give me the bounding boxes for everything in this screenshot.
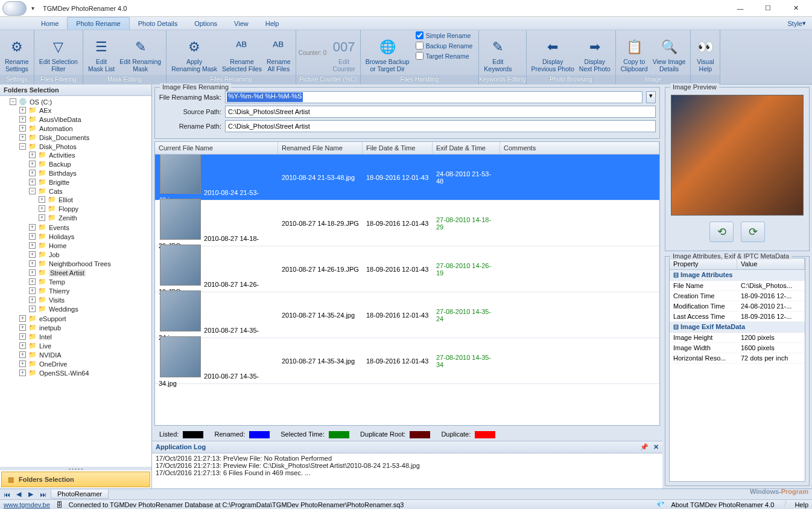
tree-node[interactable]: +📁AsusVibeData — [19, 115, 151, 123]
bottom-tab[interactable]: PhotoRenamer — [51, 490, 109, 499]
ribbon-checkbox[interactable]: Target Rename — [416, 52, 473, 60]
expand-icon[interactable]: + — [39, 196, 45, 203]
expand-icon[interactable]: − — [10, 98, 16, 105]
nav-last-icon[interactable]: ⏭ — [39, 491, 47, 498]
tree-node[interactable]: +📁Disk_Documents — [19, 133, 151, 141]
application-log[interactable]: 17/Oct/2016 21:27:13: PreView File: No R… — [152, 453, 662, 488]
table-row[interactable]: 2010-08-27 14-35-24.jpg2010-08-27 14-35-… — [155, 292, 659, 338]
tree-node[interactable]: +📁Temp — [29, 278, 151, 286]
col-current[interactable]: Current File Name — [155, 142, 278, 154]
ribbon-button[interactable]: ☰EditMask List — [86, 31, 117, 74]
expand-icon[interactable]: + — [29, 260, 36, 267]
expand-icon[interactable]: + — [29, 224, 36, 231]
expand-icon[interactable]: − — [19, 143, 26, 150]
expand-icon[interactable]: + — [19, 125, 26, 132]
expand-icon[interactable]: + — [29, 233, 36, 240]
property-row[interactable]: File NameC:\Disk_Photos... — [670, 281, 805, 291]
property-row[interactable]: Image Width1600 pixels — [670, 343, 805, 353]
mask-dropdown-button[interactable]: ▾ — [646, 91, 656, 103]
tree-node[interactable]: +📁Job — [29, 251, 151, 258]
expand-icon[interactable]: + — [29, 161, 36, 167]
tree-node[interactable]: −💿OS (C:) — [10, 98, 151, 106]
table-row[interactable]: 2010-08-27 14-18-29.JPG2010-08-27 14-18-… — [155, 200, 659, 246]
rotate-left-button[interactable]: ⟲ — [709, 222, 734, 242]
ribbon-button[interactable]: 👀VisualHelp — [693, 31, 717, 74]
tab-help[interactable]: Help — [257, 17, 288, 30]
expand-icon[interactable]: + — [19, 134, 26, 141]
tree-node[interactable]: +📁Weddings — [29, 305, 151, 313]
ribbon-button[interactable]: ⬅DisplayPrevious Photo — [529, 31, 577, 74]
meta-col-property[interactable]: Property — [670, 258, 737, 269]
ribbon-button[interactable]: ✎Edit RenamingMask — [117, 31, 163, 74]
nav-prev-icon[interactable]: ◀ — [14, 490, 23, 498]
tree-node[interactable]: +📁OneDrive — [19, 360, 151, 368]
tree-node[interactable]: −📁Cats — [29, 187, 151, 195]
tree-node[interactable]: +📁Street Artist — [29, 269, 151, 277]
expand-icon[interactable]: + — [39, 205, 45, 212]
expand-icon[interactable]: + — [19, 324, 26, 331]
ribbon-button[interactable]: ⚙ApplyRenaming Mask — [169, 31, 220, 74]
tree-node[interactable]: +📁Neightborhood Trees — [29, 260, 151, 267]
col-renamed[interactable]: Renamed File Name — [278, 142, 363, 154]
expand-icon[interactable]: + — [19, 351, 26, 358]
tree-node[interactable]: +📁Events — [29, 223, 151, 231]
expand-icon[interactable]: + — [19, 333, 26, 340]
expand-icon[interactable]: + — [19, 107, 26, 114]
col-exifdate[interactable]: Exif Date & Time — [433, 142, 500, 154]
expand-icon[interactable]: + — [29, 287, 36, 294]
expand-icon[interactable]: + — [29, 251, 36, 258]
col-filedate[interactable]: File Date & Time — [363, 142, 433, 154]
ribbon-button[interactable]: ᴬᴮRenameSelected Files — [220, 31, 264, 74]
ribbon-checkbox[interactable]: Simple Rename — [416, 31, 473, 39]
tree-node[interactable]: +📁Birthdays — [29, 169, 151, 177]
tree-node[interactable]: +📁Activities — [29, 151, 151, 159]
tree-node[interactable]: +📁Floppy — [39, 205, 151, 213]
applog-close-icon[interactable]: ✕ — [653, 443, 659, 451]
tree-node[interactable]: +📁Home — [29, 242, 151, 249]
table-row[interactable]: 2010-08-24 21-53-48.jpg2010-08-24 21-53-… — [155, 155, 659, 200]
folder-tree[interactable]: −💿OS (C:)+📁AEx+📁AsusVibeData+📁Automation… — [0, 96, 151, 467]
tree-node[interactable]: +📁inetpub — [19, 324, 151, 331]
rename-path-input[interactable] — [225, 120, 656, 132]
tab-view[interactable]: View — [226, 17, 257, 30]
close-button[interactable]: ✕ — [782, 0, 810, 17]
tab-photo-rename[interactable]: Photo Rename — [67, 17, 129, 30]
expand-icon[interactable]: + — [29, 170, 36, 176]
tree-node[interactable]: +📁Visits — [29, 296, 151, 304]
ribbon-button[interactable]: ✎EditKeywords — [481, 31, 514, 74]
expand-icon[interactable]: + — [19, 342, 26, 349]
ribbon-button[interactable]: 📋Copy toClipboard — [618, 31, 650, 74]
tree-node[interactable]: +📁Automation — [19, 124, 151, 132]
style-dropdown[interactable]: Style ▾ — [782, 17, 812, 30]
ribbon-button[interactable]: 🌐Browse Backupor Target Dir — [363, 31, 412, 74]
ribbon-button[interactable]: ᴬᴮRenameAll Files — [264, 31, 293, 74]
tree-node[interactable]: +📁Backup — [29, 160, 151, 168]
expand-icon[interactable]: + — [19, 370, 26, 376]
tree-node[interactable]: +📁Brigitte — [29, 178, 151, 186]
status-about[interactable]: About TGMDev PhotoRenamer 4.0 — [671, 501, 774, 508]
status-help[interactable]: Help — [795, 501, 808, 508]
table-row[interactable]: 2010-08-27 14-35-34.jpg2010-08-27 14-35-… — [155, 338, 659, 384]
meta-cat-attributes[interactable]: ⊟ Image Attributes — [670, 270, 805, 281]
table-row[interactable]: 2010-08-27 14-26-19.JPG2010-08-27 14-26-… — [155, 246, 659, 292]
tree-node[interactable]: +📁Live — [19, 342, 151, 350]
ribbon-button[interactable]: ➡DisplayNext Photo — [577, 31, 613, 74]
tree-node[interactable]: +📁Elliot — [39, 196, 151, 203]
tree-node[interactable]: +📁Holidays — [29, 232, 151, 240]
expand-icon[interactable]: + — [19, 360, 26, 367]
meta-col-value[interactable]: Value — [737, 258, 805, 269]
ribbon-button[interactable]: ▽Edit SelectionFilter — [37, 31, 80, 74]
tree-node[interactable]: +📁Intel — [19, 333, 151, 341]
property-row[interactable]: Horizontal Reso...72 dots per inch — [670, 353, 805, 363]
expand-icon[interactable]: + — [29, 152, 36, 158]
tab-home[interactable]: Home — [33, 17, 67, 30]
source-path-input[interactable] — [225, 106, 656, 118]
expand-icon[interactable]: + — [29, 269, 36, 276]
maximize-button[interactable]: ☐ — [754, 0, 782, 17]
qat-dropdown-icon[interactable]: ▾ — [31, 5, 34, 11]
ribbon-button[interactable]: 🔍View ImageDetails — [650, 31, 688, 74]
rotate-right-button[interactable]: ⟳ — [741, 222, 765, 242]
app-orb-icon[interactable] — [2, 1, 27, 16]
expand-icon[interactable]: + — [19, 315, 26, 322]
metadata-table[interactable]: Property Value ⊟ Image Attributes File N… — [669, 258, 805, 482]
